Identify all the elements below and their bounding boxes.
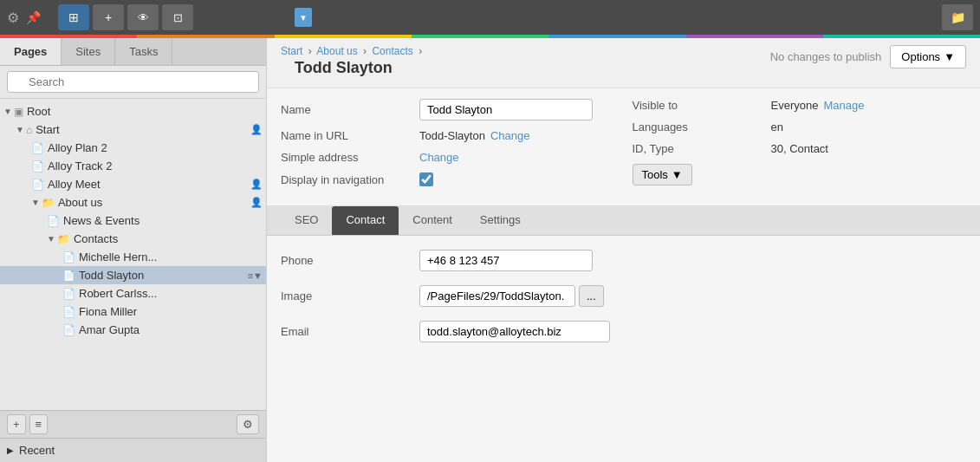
tab-pages[interactable]: Pages bbox=[0, 38, 62, 65]
page-icon: 📄 bbox=[31, 160, 44, 172]
preview-button[interactable]: ⊡ bbox=[162, 4, 193, 30]
tree-item-fiona[interactable]: 📄 Fiona Miller bbox=[0, 303, 266, 321]
left-panel: Pages Sites Tasks 🔍 ▼ ▣ Root ▼ ⌂ Start bbox=[0, 38, 267, 462]
breadcrumb-contacts[interactable]: Contacts bbox=[372, 45, 412, 57]
settings-button[interactable]: ⚙ bbox=[237, 414, 259, 434]
form-row-tools: Tools ▼ bbox=[633, 164, 967, 185]
expand-icon: ▼ bbox=[16, 125, 24, 134]
image-input[interactable] bbox=[419, 285, 575, 307]
options-button[interactable]: Options ▼ bbox=[890, 45, 966, 68]
page-title-row: Todd Slayton bbox=[281, 57, 425, 84]
form-col-right: Visible to Everyone Manage Languages en … bbox=[615, 99, 967, 195]
view-button[interactable]: 👁 bbox=[127, 4, 159, 30]
structure-icon: ⊞ bbox=[68, 10, 79, 24]
display-in-nav-label: Display in navigation bbox=[281, 173, 419, 186]
recent-arrow-icon: ▶ bbox=[7, 446, 14, 455]
name-in-url-value: Todd-Slayton bbox=[419, 129, 485, 142]
tree-label-amar: Amar Gupta bbox=[79, 323, 140, 336]
form-two-col: Name Name in URL Todd-Slayton Change Sim… bbox=[281, 99, 966, 195]
detail-row-email: Email bbox=[281, 321, 966, 342]
tree-label-alloy-plan: Alloy Plan 2 bbox=[48, 141, 107, 154]
contact-icon: 📄 bbox=[62, 306, 75, 318]
contact-icon: 📄 bbox=[62, 251, 75, 264]
page-title: Todd Slayton bbox=[295, 59, 393, 76]
tab-settings[interactable]: Settings bbox=[466, 206, 535, 235]
email-input[interactable] bbox=[419, 321, 610, 342]
tools-button[interactable]: Tools ▼ bbox=[633, 164, 692, 185]
manage-link[interactable]: Manage bbox=[823, 99, 864, 112]
detail-row-image: Image ... bbox=[281, 285, 966, 307]
form-row-display-nav: Display in navigation bbox=[281, 172, 615, 186]
item-actions-icon[interactable]: ≡▼ bbox=[248, 270, 263, 281]
tree-item-start[interactable]: ▼ ⌂ Start 👤 bbox=[0, 120, 266, 139]
tree-item-alloy-track[interactable]: 📄 Alloy Track 2 bbox=[0, 157, 266, 175]
tree-item-amar[interactable]: 📄 Amar Gupta bbox=[0, 321, 266, 339]
list-button[interactable]: ≡ bbox=[29, 414, 49, 434]
name-input[interactable] bbox=[419, 99, 593, 120]
form-row-url: Name in URL Todd-Slayton Change bbox=[281, 129, 615, 142]
simple-address-change[interactable]: Change bbox=[419, 151, 459, 164]
tree-item-root[interactable]: ▼ ▣ Root bbox=[0, 102, 266, 120]
tree-item-contacts[interactable]: ▼ 📁 Contacts bbox=[0, 230, 266, 248]
eye-icon: 👁 bbox=[138, 11, 149, 24]
tree-item-alloy-meet[interactable]: 📄 Alloy Meet 👤 bbox=[0, 175, 266, 193]
phone-input[interactable] bbox=[419, 250, 593, 271]
add-button[interactable]: + bbox=[93, 4, 124, 30]
id-type-value: 30, Contact bbox=[771, 142, 829, 155]
top-toolbar: ▼ ⚙ 📌 ⊞ + 👁 ⊡ 📁 bbox=[0, 0, 980, 35]
recent-bar[interactable]: ▶ Recent bbox=[0, 438, 266, 462]
tree-item-about-us[interactable]: ▼ 📁 About us 👤 bbox=[0, 193, 266, 211]
folder-button[interactable]: 📁 bbox=[942, 4, 973, 30]
search-container: 🔍 bbox=[0, 66, 266, 99]
page-icon: 📄 bbox=[31, 142, 44, 154]
tab-seo[interactable]: SEO bbox=[281, 206, 332, 235]
breadcrumb-sep2: › bbox=[363, 45, 367, 57]
pin-icon: 📌 bbox=[26, 10, 41, 24]
search-input[interactable] bbox=[7, 71, 259, 93]
tab-sites[interactable]: Sites bbox=[62, 38, 115, 65]
expand-icon: ▼ bbox=[47, 234, 55, 244]
tree-label-root: Root bbox=[27, 105, 50, 118]
tools-arrow-icon: ▼ bbox=[672, 168, 683, 181]
tree-label-todd: Todd Slayton bbox=[79, 269, 144, 282]
tree-item-news-events[interactable]: 📄 News & Events bbox=[0, 211, 266, 230]
tree-item-robert[interactable]: 📄 Robert Carlss... bbox=[0, 284, 266, 303]
tab-content[interactable]: Content bbox=[399, 206, 466, 235]
main-form-area: Name Name in URL Todd-Slayton Change Sim… bbox=[267, 88, 980, 206]
breadcrumb-start[interactable]: Start bbox=[281, 45, 302, 57]
email-label: Email bbox=[281, 325, 419, 338]
visible-to-value: Everyone bbox=[771, 99, 819, 112]
tree-label-start: Start bbox=[36, 123, 59, 136]
id-type-label: ID, Type bbox=[633, 142, 771, 155]
preview-icon: ⊡ bbox=[173, 11, 183, 24]
tree-item-todd[interactable]: 📄 Todd Slayton ≡▼ bbox=[0, 266, 266, 284]
options-arrow-icon: ▼ bbox=[944, 50, 955, 63]
name-in-url-change[interactable]: Change bbox=[490, 129, 530, 142]
tree-item-michelle[interactable]: 📄 Michelle Hern... bbox=[0, 248, 266, 266]
home-icon: ⌂ bbox=[26, 124, 32, 136]
tab-contact[interactable]: Contact bbox=[332, 206, 399, 235]
gear-icon: ⚙ bbox=[7, 10, 19, 26]
tree-label-fiona: Fiona Miller bbox=[79, 305, 137, 318]
tab-tasks[interactable]: Tasks bbox=[115, 38, 172, 65]
plus-icon: + bbox=[105, 10, 112, 24]
dropdown-button[interactable]: ▼ bbox=[295, 8, 312, 27]
name-label: Name bbox=[281, 103, 419, 116]
structure-button[interactable]: ⊞ bbox=[58, 4, 89, 30]
display-in-nav-checkbox[interactable] bbox=[419, 172, 433, 186]
tree-label-news-events: News & Events bbox=[63, 214, 140, 227]
visible-to-label: Visible to bbox=[633, 99, 771, 112]
add-page-button[interactable]: + bbox=[7, 414, 26, 434]
breadcrumb-about-us[interactable]: About us bbox=[316, 45, 357, 57]
browse-button[interactable]: ... bbox=[579, 285, 604, 307]
right-panel: Start › About us › Contacts › Todd Slayt… bbox=[267, 38, 980, 462]
tree-label-michelle: Michelle Hern... bbox=[79, 251, 157, 264]
breadcrumb-sep3: › bbox=[419, 45, 422, 57]
contact-detail-form: Phone Image ... Email bbox=[267, 236, 980, 462]
tab-bar: Pages Sites Tasks bbox=[0, 38, 266, 66]
image-label: Image bbox=[281, 290, 419, 303]
tree-label-alloy-meet: Alloy Meet bbox=[48, 178, 101, 191]
simple-address-label: Simple address bbox=[281, 151, 419, 164]
tree-item-alloy-plan[interactable]: 📄 Alloy Plan 2 bbox=[0, 139, 266, 157]
tree-label-alloy-track: Alloy Track 2 bbox=[48, 159, 112, 172]
